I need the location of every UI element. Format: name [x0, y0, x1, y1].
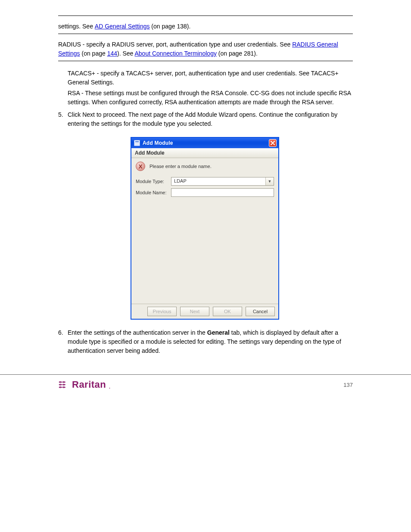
- text-fragment: RADIUS - specify a RADIUS server, port, …: [58, 41, 290, 48]
- svg-rect-1: [135, 141, 139, 142]
- text-fragment: (on page 281).: [218, 50, 258, 57]
- settings-see-line: settings. See AD General Settings (on pa…: [58, 22, 353, 31]
- dialog-form: Module Type: LDAP ▼ Module Name:: [131, 177, 278, 197]
- brand-dot: .: [109, 383, 111, 390]
- step-number: 5.: [58, 110, 68, 128]
- text-fragment: (on page 138).: [151, 22, 190, 31]
- step-item: 5. Click Next to proceed. The next page …: [58, 110, 353, 128]
- bullet: [58, 69, 68, 87]
- dialog-titlebar: Add Module: [131, 138, 278, 148]
- step-text: Enter the settings of the authentication…: [68, 328, 353, 355]
- brand-name: Raritan: [72, 379, 106, 390]
- module-type-value: LDAP: [171, 177, 265, 185]
- link-ad-general-settings[interactable]: AD General Settings: [95, 22, 150, 31]
- step-6: 6. Enter the settings of the authenticat…: [58, 328, 353, 355]
- dialog-header-banner: Add Module: [131, 148, 278, 158]
- text-fragment: Enter the settings of the authentication…: [68, 329, 207, 336]
- close-button[interactable]: [269, 139, 277, 147]
- step-text: TACACS+ - specify a TACACS+ server, port…: [68, 69, 353, 87]
- dialog-title: Add Module: [143, 140, 173, 146]
- document-page: settings. See AD General Settings (on pa…: [0, 0, 411, 374]
- app-icon: [134, 140, 140, 146]
- module-type-select[interactable]: LDAP ▼: [171, 177, 274, 186]
- step-number: 6.: [58, 328, 68, 355]
- rule: [58, 16, 353, 16]
- step-text: RSA - These settings must be configured …: [68, 89, 353, 107]
- module-name-label: Module Name:: [136, 190, 171, 195]
- page-footer: Raritan. 137: [0, 374, 411, 399]
- link-page-144[interactable]: 144: [107, 50, 117, 57]
- bullet: [58, 89, 68, 107]
- ok-button: OK: [213, 307, 242, 316]
- chevron-down-icon[interactable]: ▼: [265, 177, 274, 185]
- rule: [58, 34, 353, 34]
- cancel-button[interactable]: Cancel: [246, 307, 275, 316]
- module-name-row: Module Name:: [136, 188, 274, 197]
- brand-mark-icon: [58, 380, 69, 389]
- text-fragment: ). See: [117, 50, 133, 57]
- text-fragment: settings. See: [58, 22, 93, 31]
- step-list: TACACS+ - specify a TACACS+ server, port…: [58, 69, 353, 128]
- dialog-button-bar: Previous Next OK Cancel: [131, 304, 278, 319]
- next-button: Next: [180, 307, 209, 316]
- titlebar-left: Add Module: [134, 140, 173, 146]
- rule: [58, 61, 353, 61]
- add-module-dialog: Add Module Add Module X Please enter a m…: [131, 137, 279, 320]
- step-item: TACACS+ - specify a TACACS+ server, port…: [58, 69, 353, 87]
- step-text: Click Next to proceed. The next page of …: [68, 110, 353, 128]
- radius-line: RADIUS - specify a RADIUS server, port, …: [58, 40, 353, 58]
- dialog-screenshot: Add Module Add Module X Please enter a m…: [131, 137, 353, 320]
- dialog-message-row: X Please enter a module name.: [131, 158, 278, 177]
- bold-general: General: [207, 329, 230, 336]
- error-icon: X: [136, 162, 145, 171]
- module-type-label: Module Type:: [136, 179, 171, 184]
- module-name-input[interactable]: [171, 188, 274, 197]
- module-type-row: Module Type: LDAP ▼: [136, 177, 274, 186]
- step-item: RSA - These settings must be configured …: [58, 89, 353, 107]
- dialog-message-text: Please enter a module name.: [149, 164, 212, 169]
- text-fragment: (on page: [81, 50, 105, 57]
- svg-rect-0: [134, 140, 140, 146]
- brand-logo: Raritan.: [58, 379, 111, 390]
- previous-button: Previous: [147, 307, 177, 316]
- link-connection-terminology[interactable]: About Connection Terminology: [135, 50, 217, 57]
- page-number: 137: [343, 382, 353, 388]
